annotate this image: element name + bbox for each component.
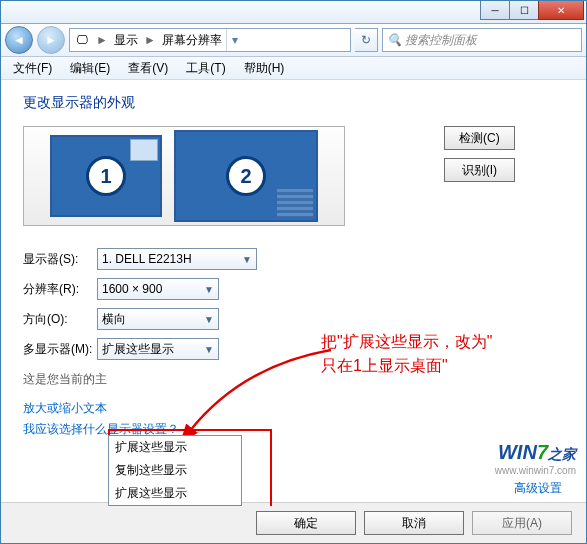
search-placeholder: 搜索控制面板 xyxy=(405,32,477,49)
monitor-1[interactable]: 1 xyxy=(50,135,162,217)
address-bar[interactable]: 🖵 ► 显示 ► 屏幕分辨率 ▾ xyxy=(69,28,351,52)
monitor-preview[interactable]: 1 2 xyxy=(23,126,345,226)
breadcrumb-display[interactable]: 显示 xyxy=(114,32,138,49)
search-input[interactable]: 🔍 搜索控制面板 xyxy=(382,28,582,52)
monitor-2[interactable]: 2 xyxy=(174,130,318,222)
search-icon: 🔍 xyxy=(387,33,401,47)
menu-help[interactable]: 帮助(H) xyxy=(236,58,293,79)
dropdown-item[interactable]: 扩展这些显示 xyxy=(109,482,241,505)
display-select[interactable]: 1. DELL E2213H ▼ xyxy=(97,248,257,270)
content-area: 更改显示器的外观 1 2 检测(C) 识别(I) 显示器(S): 1. DELL… xyxy=(1,80,586,506)
menu-file[interactable]: 文件(F) xyxy=(5,58,60,79)
watermark: WIN7之家 xyxy=(498,441,576,464)
multi-display-select[interactable]: 扩展这些显示 ▼ xyxy=(97,338,219,360)
multi-display-dropdown[interactable]: 扩展这些显示复制这些显示扩展这些显示只在 1 上显示桌面只在 2 上显示桌面 xyxy=(108,435,242,506)
dialog-footer: 确定 取消 应用(A) xyxy=(1,502,586,543)
close-button[interactable]: ✕ xyxy=(538,1,584,20)
monitor-decoration xyxy=(130,139,158,161)
monitor-icon: 🖵 xyxy=(74,32,90,48)
breadcrumb-resolution[interactable]: 屏幕分辨率 xyxy=(162,32,222,49)
resolution-label: 分辨率(R): xyxy=(23,281,97,298)
monitor-number: 1 xyxy=(86,156,126,196)
ok-button[interactable]: 确定 xyxy=(256,511,356,535)
menu-view[interactable]: 查看(V) xyxy=(120,58,176,79)
detect-button[interactable]: 检测(C) xyxy=(444,126,515,150)
breadcrumb-sep: ► xyxy=(142,33,158,47)
monitor-number: 2 xyxy=(226,156,266,196)
chevron-down-icon: ▼ xyxy=(204,314,214,325)
monitor-decoration xyxy=(277,189,313,217)
which-display-link[interactable]: 我应该选择什么显示器设置？ xyxy=(23,422,179,436)
titlebar: ─ ☐ ✕ xyxy=(1,1,586,24)
navbar: ◄ ► 🖵 ► 显示 ► 屏幕分辨率 ▾ ↻ 🔍 搜索控制面板 xyxy=(1,24,586,57)
main-monitor-hint: 这是您当前的主 xyxy=(23,371,107,388)
orientation-label: 方向(O): xyxy=(23,311,97,328)
chevron-down-icon: ▼ xyxy=(242,254,252,265)
back-button[interactable]: ◄ xyxy=(5,26,33,54)
resolution-select[interactable]: 1600 × 900 ▼ xyxy=(97,278,219,300)
forward-button[interactable]: ► xyxy=(37,26,65,54)
display-label: 显示器(S): xyxy=(23,251,97,268)
orientation-select[interactable]: 横向 ▼ xyxy=(97,308,219,330)
apply-button[interactable]: 应用(A) xyxy=(472,511,572,535)
cancel-button[interactable]: 取消 xyxy=(364,511,464,535)
chevron-down-icon: ▼ xyxy=(204,284,214,295)
annotation-text: 把"扩展这些显示，改为" 只在1上显示桌面" xyxy=(321,330,492,378)
watermark-url: www.winwin7.com xyxy=(495,465,576,476)
display-value: 1. DELL E2213H xyxy=(102,252,192,266)
multi-display-value: 扩展这些显示 xyxy=(102,341,174,358)
dropdown-item[interactable]: 复制这些显示 xyxy=(109,459,241,482)
menu-tools[interactable]: 工具(T) xyxy=(178,58,233,79)
chevron-down-icon: ▼ xyxy=(204,344,214,355)
breadcrumb-sep: ► xyxy=(94,33,110,47)
identify-button[interactable]: 识别(I) xyxy=(444,158,515,182)
annotation-line1: 把"扩展这些显示，改为" xyxy=(321,330,492,354)
resolution-value: 1600 × 900 xyxy=(102,282,162,296)
advanced-settings-link[interactable]: 高级设置 xyxy=(514,480,562,497)
maximize-button[interactable]: ☐ xyxy=(509,1,539,20)
multi-display-label: 多显示器(M): xyxy=(23,341,97,358)
annotation-line2: 只在1上显示桌面" xyxy=(321,354,492,378)
orientation-value: 横向 xyxy=(102,311,126,328)
menubar: 文件(F) 编辑(E) 查看(V) 工具(T) 帮助(H) xyxy=(1,57,586,80)
menu-edit[interactable]: 编辑(E) xyxy=(62,58,118,79)
refresh-button[interactable]: ↻ xyxy=(355,28,378,52)
page-title: 更改显示器的外观 xyxy=(23,94,564,112)
dropdown-item[interactable]: 只在 1 上显示桌面 xyxy=(109,505,241,506)
dropdown-item[interactable]: 扩展这些显示 xyxy=(109,436,241,459)
address-dropdown-icon[interactable]: ▾ xyxy=(226,29,243,51)
zoom-text-link[interactable]: 放大或缩小文本 xyxy=(23,401,107,415)
minimize-button[interactable]: ─ xyxy=(480,1,510,20)
